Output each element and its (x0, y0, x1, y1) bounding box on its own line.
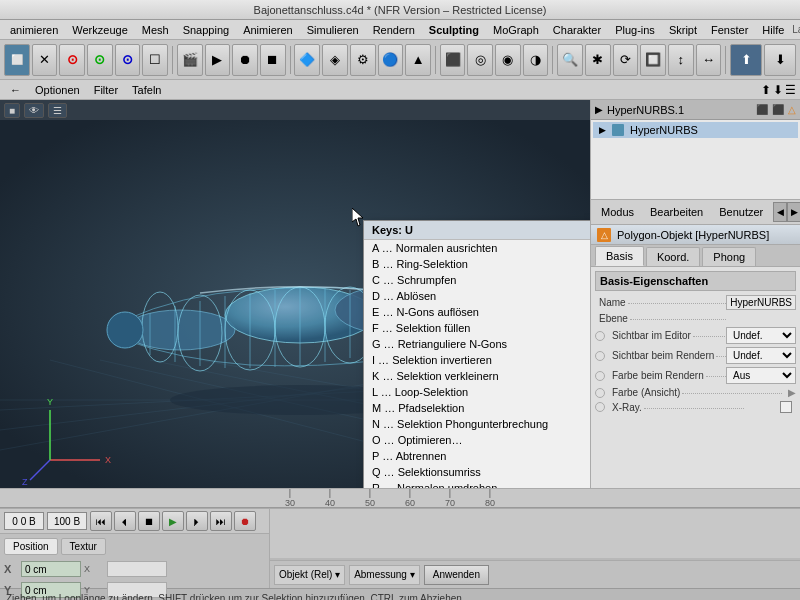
timeline-track[interactable]: Objekt (Rel) ▾ Abmessung ▾ Anwenden (270, 509, 800, 588)
ctx-item-f[interactable]: F … Selektion füllen (364, 320, 590, 336)
toolbar-btn-11[interactable]: 🔷 (294, 44, 320, 76)
tab-phong[interactable]: Phong (702, 247, 756, 266)
ctx-item-q[interactable]: Q … Selektionsumriss (364, 464, 590, 480)
vp-mode-btn[interactable]: ■ (4, 103, 20, 118)
up-icon[interactable]: ⬆ (761, 83, 771, 97)
toolbar-btn-13[interactable]: ⚙ (350, 44, 376, 76)
ctx-item-i[interactable]: I … Selektion invertieren (364, 352, 590, 368)
tab-basis[interactable]: Basis (595, 246, 644, 266)
sec-tafeln[interactable]: Tafeln (126, 83, 167, 97)
menu-rendern[interactable]: Rendern (367, 23, 421, 37)
prop-farbe-ansicht-arrow[interactable]: ▶ (788, 387, 796, 398)
anim-last[interactable]: ⏭ (210, 511, 232, 531)
vp-camera-btn[interactable]: 👁 (24, 103, 44, 118)
ctx-item-k[interactable]: K … Selektion verkleinern (364, 368, 590, 384)
toolbar-btn-15[interactable]: ▲ (405, 44, 431, 76)
tab-position[interactable]: Position (4, 538, 58, 555)
apply-button[interactable]: Anwenden (424, 565, 489, 585)
menu-mesh[interactable]: Mesh (136, 23, 175, 37)
scene-tree[interactable]: ▶ HyperNURBS (591, 120, 800, 200)
panel-prev-arrow[interactable]: ◀ (773, 202, 787, 222)
toolbar-btn-21[interactable]: ✱ (585, 44, 611, 76)
tree-item-hypernurbs[interactable]: ▶ HyperNURBS (593, 122, 798, 138)
tab-modus[interactable]: Modus (595, 204, 640, 220)
menu-hilfe[interactable]: Hilfe (756, 23, 790, 37)
scene-icon-2[interactable]: ⬛ (772, 104, 784, 115)
toolbar-btn-2[interactable]: ✕ (32, 44, 58, 76)
panel-next-arrow[interactable]: ▶ (787, 202, 800, 222)
scene-icon-3[interactable]: △ (788, 104, 796, 115)
toolbar-btn-4[interactable]: ⊙ (87, 44, 113, 76)
toolbar-btn-8[interactable]: ▶ (205, 44, 231, 76)
toolbar-btn-19[interactable]: ◑ (523, 44, 549, 76)
menu-plugins[interactable]: Plug-ins (609, 23, 661, 37)
tab-bearbeiten[interactable]: Bearbeiten (644, 204, 709, 220)
toolbar-right-1[interactable]: ⬆ (730, 44, 762, 76)
menu-fenster[interactable]: Fenster (705, 23, 754, 37)
toolbar-btn-12[interactable]: ◈ (322, 44, 348, 76)
menu-animieren[interactable]: animieren (4, 23, 64, 37)
ctx-item-r[interactable]: R … Normalen umdrehen (364, 480, 590, 488)
down-icon[interactable]: ⬇ (773, 83, 783, 97)
tab-textur[interactable]: Textur (61, 538, 106, 555)
anim-prev[interactable]: ⏴ (114, 511, 136, 531)
radio-xray[interactable] (595, 402, 605, 412)
sec-filter[interactable]: Filter (88, 83, 124, 97)
anim-stop[interactable]: ⏹ (138, 511, 160, 531)
radio-farbe-ansicht[interactable] (595, 388, 605, 398)
ctx-item-c[interactable]: C … Schrumpfen (364, 272, 590, 288)
menu-sculpting[interactable]: Sculpting (423, 23, 485, 37)
menu-snapping[interactable]: Snapping (177, 23, 236, 37)
toolbar-btn-24[interactable]: ↕ (668, 44, 694, 76)
frame-counter[interactable] (4, 512, 44, 530)
ctx-item-a[interactable]: A … Normalen ausrichten (364, 240, 590, 256)
toolbar-btn-6[interactable]: ☐ (142, 44, 168, 76)
anim-play[interactable]: ▶ (162, 511, 184, 531)
scene-icon-1[interactable]: ⬛ (756, 104, 768, 115)
coord-x-input[interactable] (21, 561, 81, 577)
ctx-item-b[interactable]: B … Ring-Selektion (364, 256, 590, 272)
sec-optionen[interactable]: Optionen (29, 83, 86, 97)
menu-simulieren[interactable]: Simulieren (301, 23, 365, 37)
prop-sichtbar-render-dropdown[interactable]: Undef. Ein Aus (726, 347, 796, 364)
anim-first[interactable]: ⏮ (90, 511, 112, 531)
prop-sichtbar-editor-dropdown[interactable]: Undef. Ein Aus (726, 327, 796, 344)
prop-farbe-render-dropdown[interactable]: Aus Ein (726, 367, 796, 384)
ctx-item-l[interactable]: L … Loop-Selektion (364, 384, 590, 400)
radio-sichtbar-render[interactable] (595, 351, 605, 361)
radio-farbe-render[interactable] (595, 371, 605, 381)
toolbar-btn-5[interactable]: ⊙ (115, 44, 141, 76)
toolbar-btn-23[interactable]: 🔲 (640, 44, 666, 76)
vp-display-btn[interactable]: ☰ (48, 103, 67, 118)
menu-mograph[interactable]: MoGraph (487, 23, 545, 37)
toolbar-btn-25[interactable]: ↔ (696, 44, 722, 76)
toolbar-btn-7[interactable]: 🎬 (177, 44, 203, 76)
ctx-item-m[interactable]: M … Pfadselektion (364, 400, 590, 416)
menu-werkzeuge[interactable]: Werkzeuge (66, 23, 133, 37)
toolbar-btn-17[interactable]: ◎ (467, 44, 493, 76)
ctx-item-g[interactable]: G … Retrianguliere N-Gons (364, 336, 590, 352)
menu-animieren2[interactable]: Animieren (237, 23, 299, 37)
toolbar-btn-18[interactable]: ◉ (495, 44, 521, 76)
ctx-item-o[interactable]: O … Optimieren… (364, 432, 590, 448)
radio-sichtbar-editor[interactable] (595, 331, 605, 341)
ctx-item-d[interactable]: D … Ablösen (364, 288, 590, 304)
toolbar-btn-3[interactable]: ⊙ (59, 44, 85, 76)
coord-x-input2[interactable] (107, 561, 167, 577)
abm-dropdown[interactable]: Abmessung ▾ (349, 565, 420, 585)
ctx-item-e[interactable]: E … N-Gons auflösen (364, 304, 590, 320)
toolbar-btn-16[interactable]: ⬛ (440, 44, 466, 76)
sec-back[interactable]: ← (4, 83, 27, 97)
toolbar-btn-14[interactable]: 🔵 (378, 44, 404, 76)
menu-skript[interactable]: Skript (663, 23, 703, 37)
tab-koord[interactable]: Koord. (646, 247, 700, 266)
obj-dropdown[interactable]: Objekt (Rel) ▾ (274, 565, 345, 585)
viewport[interactable]: ■ 👁 ☰ (0, 100, 590, 488)
toolbar-btn-9[interactable]: ⏺ (232, 44, 258, 76)
toolbar-btn-1[interactable]: ⬜ (4, 44, 30, 76)
toolbar-btn-20[interactable]: 🔍 (557, 44, 583, 76)
tab-benutzer[interactable]: Benutzer (713, 204, 769, 220)
menu-charakter[interactable]: Charakter (547, 23, 607, 37)
ctx-item-n[interactable]: N … Selektion Phongunterbrechung (364, 416, 590, 432)
toolbar-right-2[interactable]: ⬇ (764, 44, 796, 76)
